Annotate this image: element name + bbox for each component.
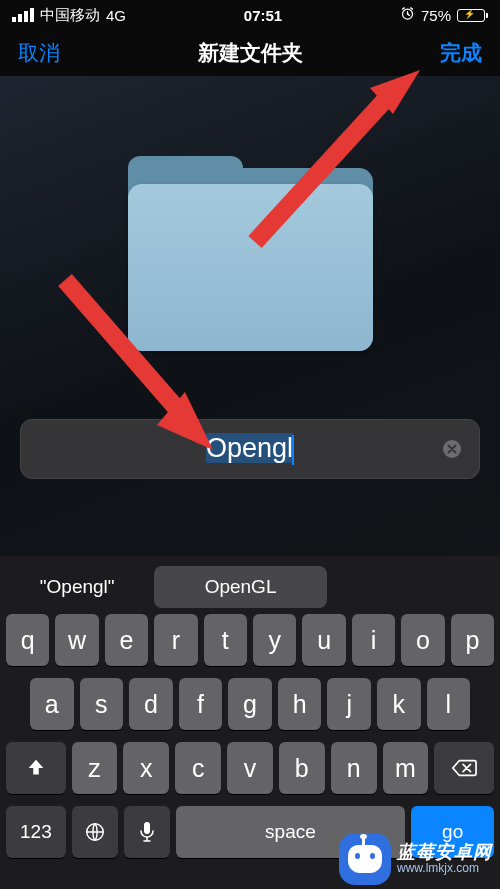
key-123[interactable]: 123 xyxy=(6,806,66,858)
key-j[interactable]: j xyxy=(327,678,371,730)
key-e[interactable]: e xyxy=(105,614,148,666)
key-globe[interactable] xyxy=(72,806,118,858)
suggestion-empty xyxy=(337,566,490,608)
key-u[interactable]: u xyxy=(302,614,345,666)
nav-bar: 取消 新建文件夹 完成 xyxy=(0,30,500,76)
watermark-title: 蓝莓安卓网 xyxy=(397,843,492,863)
clock: 07:51 xyxy=(244,7,282,24)
folder-icon xyxy=(128,156,373,351)
key-s[interactable]: s xyxy=(80,678,124,730)
key-q[interactable]: q xyxy=(6,614,49,666)
watermark-icon xyxy=(339,833,391,885)
key-x[interactable]: x xyxy=(123,742,169,794)
key-g[interactable]: g xyxy=(228,678,272,730)
battery-icon: ⚡ xyxy=(457,9,488,22)
suggestion-1[interactable]: OpenGL xyxy=(154,566,326,608)
key-h[interactable]: h xyxy=(278,678,322,730)
key-c[interactable]: c xyxy=(175,742,221,794)
key-a[interactable]: a xyxy=(30,678,74,730)
suggestion-bar: "Opengl" OpenGL xyxy=(0,556,500,614)
key-f[interactable]: f xyxy=(179,678,223,730)
status-left: 中国移动 4G xyxy=(12,6,126,25)
key-n[interactable]: n xyxy=(331,742,377,794)
signal-icon xyxy=(12,8,34,22)
done-button[interactable]: 完成 xyxy=(440,39,482,67)
key-row-2: a s d f g h j k l xyxy=(0,678,500,730)
carrier-label: 中国移动 xyxy=(40,6,100,25)
key-v[interactable]: v xyxy=(227,742,273,794)
key-t[interactable]: t xyxy=(204,614,247,666)
key-shift[interactable] xyxy=(6,742,66,794)
key-y[interactable]: y xyxy=(253,614,296,666)
key-i[interactable]: i xyxy=(352,614,395,666)
key-r[interactable]: r xyxy=(154,614,197,666)
svg-rect-7 xyxy=(144,822,150,834)
key-o[interactable]: o xyxy=(401,614,444,666)
status-right: 75% ⚡ xyxy=(400,6,488,24)
status-bar: 中国移动 4G 07:51 75% ⚡ xyxy=(0,0,500,30)
clear-icon[interactable] xyxy=(441,438,463,460)
folder-name-input[interactable]: Opengl xyxy=(206,433,294,465)
suggestion-quoted[interactable]: "Opengl" xyxy=(10,566,144,608)
content-area: Opengl xyxy=(0,76,500,556)
alarm-icon xyxy=(400,6,415,24)
key-row-1: q w e r t y u i o p xyxy=(0,614,500,666)
key-mic[interactable] xyxy=(124,806,170,858)
key-w[interactable]: w xyxy=(55,614,98,666)
key-d[interactable]: d xyxy=(129,678,173,730)
key-z[interactable]: z xyxy=(72,742,118,794)
key-b[interactable]: b xyxy=(279,742,325,794)
key-l[interactable]: l xyxy=(427,678,471,730)
key-m[interactable]: m xyxy=(383,742,429,794)
network-label: 4G xyxy=(106,7,126,24)
battery-pct: 75% xyxy=(421,7,451,24)
cancel-button[interactable]: 取消 xyxy=(18,39,60,67)
watermark-url: www.lmkjx.com xyxy=(397,862,479,875)
key-row-3: z x c v b n m xyxy=(0,742,500,794)
key-k[interactable]: k xyxy=(377,678,421,730)
watermark: 蓝莓安卓网 www.lmkjx.com xyxy=(339,833,492,885)
key-delete[interactable] xyxy=(434,742,494,794)
key-p[interactable]: p xyxy=(451,614,494,666)
folder-name-field[interactable]: Opengl xyxy=(20,419,480,479)
page-title: 新建文件夹 xyxy=(198,39,303,67)
